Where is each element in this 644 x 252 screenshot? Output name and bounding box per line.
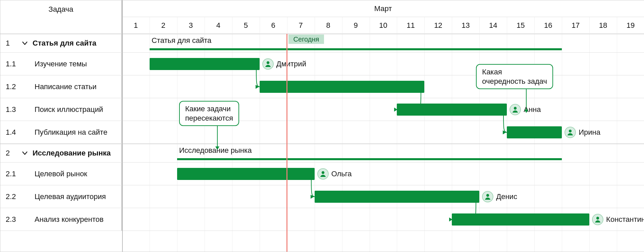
task-row-1.4[interactable]: 1.4Публикация на сайтеИрина [0,121,644,144]
task-row-1.3[interactable]: 1.3Поиск иллюстрацийАнна [0,98,644,121]
svg-point-2 [569,130,572,132]
task-row-2.3[interactable]: 2.3Анализ конкурентовКонстантин [0,208,644,231]
row-number: 1.2 [6,82,17,91]
avatar-icon [592,214,603,225]
callout-sequence: Какая очередность задач [476,64,553,89]
header-day-10: 10 [370,17,397,34]
group-summary-label: Статья для сайта [152,36,211,45]
dependency-arrow [311,168,323,205]
row-title: Поиск иллюстраций [20,105,103,114]
dependency-arrow [448,191,487,228]
header-day-19: 19 [617,17,644,34]
row-title: Изучение темы [20,60,87,68]
header-day-15: 15 [507,17,534,34]
header-day-3: 3 [177,17,205,34]
row-number: 1 [6,39,17,48]
header-day-1: 1 [122,17,150,34]
header-day-18: 18 [589,17,617,34]
callout-overlap: Какие задачи пересекаются [179,101,239,126]
chevron-down-icon[interactable] [20,149,29,158]
row-number: 2.2 [6,192,17,201]
header-day-7: 7 [287,17,315,34]
dependency-arrow [503,104,515,140]
chevron-down-icon[interactable] [20,39,29,48]
row-title: Публикация на сайте [20,128,107,137]
row-title: Исследование рынка [33,149,111,158]
group-summary-bar[interactable] [177,158,562,160]
header-day-16: 16 [534,17,562,34]
header-day-14: 14 [479,17,507,34]
callout-arrow [211,124,231,156]
row-number: 2.1 [6,170,17,178]
header-day-12: 12 [424,17,452,34]
assignee-name: Ирина [579,128,600,137]
svg-point-5 [596,217,599,219]
row-number: 2.3 [6,215,17,224]
dependency-arrow [393,81,432,118]
assignee-name: Ольга [331,170,352,178]
row-number: 1.4 [6,128,17,137]
row-number: 1.3 [6,105,17,114]
header-task-col: Задача [0,0,122,34]
task-bar-1.1[interactable] [150,58,260,70]
header-day-6: 6 [260,17,287,34]
header-month: Март [122,0,644,17]
row-title: Написание статьи [20,82,97,91]
today-badge: Сегодня [288,35,324,44]
callout-arrow [516,87,536,119]
assignee-name: Дмитрий [276,60,306,68]
row-number: 2 [6,149,17,158]
row-title: Статья для сайта [33,39,96,48]
dependency-arrow [256,58,268,95]
avatar-icon [565,127,576,138]
group-row-2[interactable]: 2Исследование рынкаИсследование рынка [0,144,644,163]
row-title: Целевая аудиитория [20,192,106,201]
row-number: 1.1 [6,60,17,68]
header-day-5: 5 [232,17,260,34]
assignee: Константин [592,214,644,225]
assignee-name: Денис [496,192,517,201]
group-summary-bar[interactable] [150,48,562,50]
header-day-2: 2 [150,17,177,34]
header-day-4: 4 [205,17,232,34]
header-day-9: 9 [342,17,370,34]
task-bar-2.1[interactable] [177,168,315,180]
header-day-8: 8 [315,17,342,34]
header-day-11: 11 [397,17,424,34]
task-bar-1.4[interactable] [507,126,562,138]
header-day-17: 17 [562,17,589,34]
today-line [286,34,287,252]
row-title: Анализ конкурентов [20,215,104,224]
row-title: Целевой рынок [20,170,87,178]
assignee-name: Константин [606,215,644,224]
assignee: Ирина [565,127,600,138]
assignee: Дмитрий [262,58,306,70]
header-day-13: 13 [452,17,479,34]
